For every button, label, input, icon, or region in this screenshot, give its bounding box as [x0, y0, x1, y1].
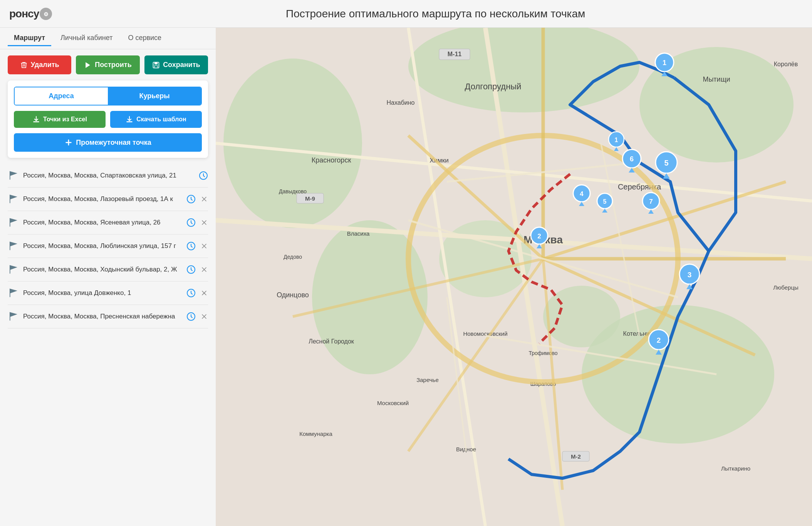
svg-text:М-11: М-11 [448, 51, 462, 57]
panel-tab-switcher: Адреса Курьеры [14, 87, 202, 106]
logo: ронсу ⚙ [9, 7, 53, 21]
add-waypoint-label: Промежуточная точка [76, 139, 151, 147]
address-text: Россия, Москва, Москва, Лазоревый проезд… [23, 195, 182, 203]
template-download-label: Скачать шаблон [136, 116, 186, 123]
flag-icon [8, 264, 18, 275]
address-text: Россия, Москва, Москва, Спартаковская ул… [23, 172, 194, 179]
excel-import-button[interactable]: Точки из Excel [14, 111, 106, 128]
build-label: Построить [95, 61, 131, 69]
build-button[interactable]: Построить [76, 55, 139, 74]
svg-text:Королёв: Королёв [774, 61, 798, 67]
clock-icon[interactable] [186, 265, 196, 274]
list-item: Россия, Москва, Москва, Люблинская улица… [8, 235, 208, 258]
flag-icon [8, 311, 18, 322]
svg-text:Заречье: Заречье [416, 377, 439, 383]
address-list: Россия, Москва, Москва, Спартаковская ул… [0, 164, 216, 526]
svg-text:4: 4 [580, 190, 584, 198]
svg-rect-7 [154, 65, 158, 68]
page-title: Построение оптимального маршрута по неск… [68, 8, 803, 20]
template-download-button[interactable]: Скачать шаблон [110, 111, 202, 128]
header: ронсу ⚙ Построение оптимального маршрута… [0, 0, 812, 28]
svg-text:Власиха: Власиха [347, 230, 370, 237]
clock-icon[interactable] [186, 194, 196, 204]
svg-rect-3 [24, 64, 25, 67]
svg-text:Коммунарка: Коммунарка [299, 431, 332, 437]
map-area[interactable]: М-11 М-9 М-2 Долгопрудный Мытищи Королёв… [216, 28, 812, 526]
svg-text:6: 6 [630, 155, 634, 163]
address-text: Россия, Москва, улица Довженко, 1 [23, 289, 182, 297]
tab-about[interactable]: О сервисе [122, 31, 168, 46]
panel: Адреса Курьеры Точки из Excel Скачать ша… [8, 80, 208, 158]
svg-text:Мытищи: Мытищи [703, 75, 730, 83]
close-icon[interactable] [200, 266, 208, 273]
main-layout: Маршрут Личный кабинет О сервисе Удалить… [0, 28, 812, 526]
svg-text:7: 7 [649, 198, 653, 205]
list-item: Россия, Москва, Москва, Ясеневая улица, … [8, 211, 208, 235]
list-item: Россия, Москва, Москва, Лазоревый проезд… [8, 188, 208, 211]
trash-icon [20, 61, 28, 69]
svg-text:2: 2 [537, 233, 541, 240]
list-item: Россия, Москва, Москва, Ходынский бульва… [8, 258, 208, 281]
svg-text:М-2: М-2 [571, 453, 581, 460]
address-text: Россия, Москва, Москва, Пресненская набе… [23, 313, 182, 320]
addresses-tab-btn[interactable]: Адреса [15, 87, 108, 105]
map-background: М-11 М-9 М-2 Долгопрудный Мытищи Королёв… [216, 28, 812, 526]
flag-icon [8, 217, 18, 228]
svg-text:5: 5 [603, 198, 607, 205]
clock-icon[interactable] [186, 288, 196, 298]
svg-text:Одинцово: Одинцово [277, 291, 309, 299]
list-item: Россия, Москва, Москва, Спартаковская ул… [8, 164, 208, 188]
flag-icon [8, 170, 18, 181]
svg-point-16 [223, 59, 362, 228]
logo-text: ронсу [9, 8, 39, 20]
couriers-tab-btn[interactable]: Курьеры [108, 87, 201, 105]
svg-text:Трофимово: Трофимово [528, 350, 557, 356]
address-text: Россия, Москва, Москва, Ходынский бульва… [23, 266, 182, 273]
action-buttons: Удалить Построить Сохранить [0, 49, 216, 80]
svg-text:М-9: М-9 [305, 195, 315, 202]
tab-route[interactable]: Маршрут [8, 31, 51, 46]
svg-text:3: 3 [688, 271, 692, 279]
flag-icon [8, 288, 18, 298]
svg-rect-2 [23, 64, 23, 67]
clock-icon[interactable] [186, 218, 196, 227]
close-icon[interactable] [200, 195, 208, 203]
sidebar: Маршрут Личный кабинет О сервисе Удалить… [0, 28, 216, 526]
close-icon[interactable] [200, 313, 208, 320]
close-icon[interactable] [200, 219, 208, 226]
svg-text:1: 1 [615, 137, 618, 143]
clock-icon[interactable] [199, 171, 208, 180]
flag-icon [8, 194, 18, 204]
svg-text:Лыткарино: Лыткарино [721, 465, 750, 472]
svg-text:Люберцы: Люберцы [773, 284, 799, 291]
delete-label: Удалить [31, 61, 59, 69]
tab-profile[interactable]: Личный кабинет [54, 31, 119, 46]
download-icon-excel [32, 116, 40, 123]
clock-icon[interactable] [186, 241, 196, 251]
play-icon [84, 61, 92, 69]
delete-button[interactable]: Удалить [8, 55, 71, 74]
svg-text:1: 1 [663, 59, 666, 67]
list-item: Россия, Москва, Москва, Пресненская набе… [8, 305, 208, 328]
svg-text:⚙: ⚙ [44, 11, 49, 17]
svg-text:Лесной Городок: Лесной Городок [309, 338, 354, 345]
svg-text:Московский: Московский [377, 400, 409, 406]
svg-text:Дедово: Дедово [284, 254, 302, 260]
save-icon [152, 61, 160, 69]
clock-icon[interactable] [186, 312, 196, 321]
svg-text:Долгопрудный: Долгопрудный [465, 82, 522, 91]
add-waypoint-button[interactable]: Промежуточная точка [14, 133, 202, 152]
logo-icon: ⚙ [39, 7, 53, 21]
close-icon[interactable] [200, 242, 208, 250]
svg-marker-4 [86, 62, 90, 68]
flag-icon [8, 241, 18, 251]
plus-icon [64, 138, 73, 147]
svg-text:Нахабино: Нахабино [386, 99, 414, 106]
svg-text:5: 5 [664, 159, 668, 167]
save-button[interactable]: Сохранить [144, 55, 208, 74]
address-text: Россия, Москва, Москва, Ясеневая улица, … [23, 219, 182, 226]
import-buttons: Точки из Excel Скачать шаблон [14, 111, 202, 128]
save-label: Сохранить [163, 61, 200, 69]
download-icon-template [126, 116, 133, 123]
close-icon[interactable] [200, 289, 208, 297]
